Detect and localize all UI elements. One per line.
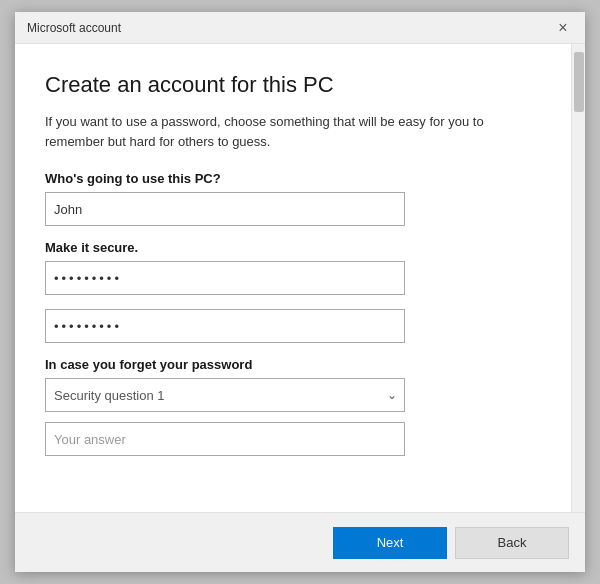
username-label: Who's going to use this PC? xyxy=(45,171,541,186)
security-question-wrapper: Security question 1 Security question 2 … xyxy=(45,378,405,412)
title-bar: Microsoft account × xyxy=(15,12,585,44)
page-title: Create an account for this PC xyxy=(45,72,541,98)
page-description: If you want to use a password, choose so… xyxy=(45,112,541,151)
back-button[interactable]: Back xyxy=(455,527,569,559)
confirm-password-input[interactable] xyxy=(45,309,405,343)
next-button[interactable]: Next xyxy=(333,527,447,559)
scrollbar-track[interactable] xyxy=(571,44,585,512)
username-input[interactable] xyxy=(45,192,405,226)
close-button[interactable]: × xyxy=(549,14,577,42)
scrollbar-thumb[interactable] xyxy=(574,52,584,112)
window-title: Microsoft account xyxy=(27,21,121,35)
content-area: Create an account for this PC If you wan… xyxy=(15,44,585,512)
footer: Next Back xyxy=(15,512,585,572)
window: Microsoft account × Create an account fo… xyxy=(15,12,585,572)
password-input[interactable] xyxy=(45,261,405,295)
security-question-select[interactable]: Security question 1 Security question 2 … xyxy=(45,378,405,412)
secure-label: Make it secure. xyxy=(45,240,541,255)
main-content: Create an account for this PC If you wan… xyxy=(15,44,571,512)
answer-input[interactable] xyxy=(45,422,405,456)
forgot-label: In case you forget your password xyxy=(45,357,541,372)
